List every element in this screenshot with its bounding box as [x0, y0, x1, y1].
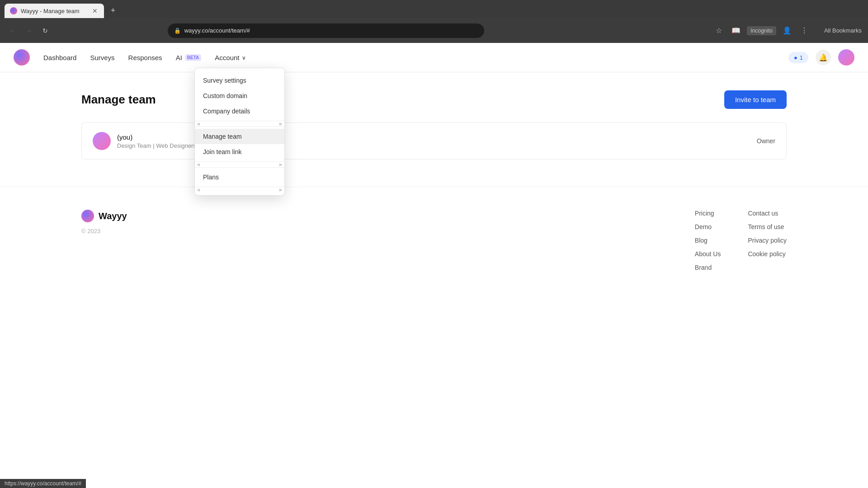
page-header: Manage team Invite to team — [81, 90, 787, 109]
member-role: Owner — [757, 137, 775, 145]
forward-button[interactable]: → — [23, 24, 35, 37]
app-container: Dashboard Surveys Responses AI BETA Acco… — [0, 43, 868, 296]
nav-surveys[interactable]: Surveys — [90, 52, 114, 64]
nav-dashboard[interactable]: Dashboard — [43, 52, 76, 64]
new-tab-button[interactable]: + — [106, 4, 120, 17]
scroll-left-icon-2: ◀ — [197, 162, 200, 167]
footer-link-terms[interactable]: Terms of use — [748, 223, 787, 230]
scroll-right-icon-3: ▶ — [279, 188, 283, 192]
beta-badge: BETA — [185, 54, 201, 61]
footer-link-privacy[interactable]: Privacy policy — [748, 237, 787, 244]
nav-logo — [14, 49, 30, 66]
scroll-indicator-2: ◀ ▶ — [195, 161, 284, 168]
status-bar: https://wayyy.co/account/team/# — [0, 479, 86, 488]
browser-controls: ← → ↻ 🔒 wayyy.co/account/team/# ☆ 📖 Inco… — [0, 18, 868, 43]
refresh-button[interactable]: ↻ — [39, 24, 52, 37]
dropdown-item-join-team-link[interactable]: Join team link — [195, 144, 284, 160]
top-nav: Dashboard Surveys Responses AI BETA Acco… — [0, 43, 868, 72]
tab-favicon — [10, 7, 17, 14]
invite-to-team-button[interactable]: Invite to team — [724, 90, 787, 109]
dropdown-section-team: Manage team Join team link — [195, 127, 284, 161]
scroll-left-icon-3: ◀ — [197, 188, 200, 192]
team-member-row: (you) Design Team | Web Designers Owner — [81, 122, 787, 160]
browser-chrome: Wayyy - Manage team ✕ + ← → ↻ 🔒 wayyy.co… — [0, 0, 868, 43]
bookmarks-bar-label: All Bookmarks — [824, 27, 862, 34]
member-name: (you) — [117, 133, 196, 141]
footer-col-2: Contact us Terms of use Privacy policy C… — [748, 210, 787, 277]
footer-link-pricing[interactable]: Pricing — [695, 210, 721, 217]
member-teams: Design Team | Web Designers — [117, 142, 196, 149]
footer-logo-text: Wayyy — [99, 211, 127, 221]
dropdown-item-custom-domain[interactable]: Custom domain — [195, 88, 284, 103]
scroll-indicator-3: ◀ ▶ — [195, 187, 284, 192]
scroll-left-icon-1: ◀ — [197, 122, 200, 126]
nav-account-label: Account — [215, 54, 239, 61]
footer-left: Wayyy © 2023 — [81, 210, 127, 277]
footer-link-cookie[interactable]: Cookie policy — [748, 250, 787, 258]
tab-title: Wayyy - Manage team — [21, 8, 80, 14]
footer-link-about[interactable]: About Us — [695, 250, 721, 258]
dropdown-section-plans: Plans — [195, 168, 284, 187]
dropdown-item-manage-team[interactable]: Manage team — [195, 129, 284, 144]
team-member-info: (you) Design Team | Web Designers — [93, 132, 196, 150]
dropdown-item-survey-settings[interactable]: Survey settings — [195, 73, 284, 88]
tab-close-button[interactable]: ✕ — [91, 7, 99, 14]
address-text: wayyy.co/account/team/# — [184, 27, 250, 34]
nav-responses[interactable]: Responses — [128, 52, 162, 64]
footer-copyright: © 2023 — [81, 228, 127, 235]
bookmark-star-icon[interactable]: ☆ — [712, 24, 725, 37]
credits-count: 1 — [800, 54, 803, 61]
page-title: Manage team — [81, 93, 156, 107]
browser-right-controls: ☆ 📖 Incognito 👤 ⋮ All Bookmarks — [712, 24, 862, 37]
account-chevron-icon: ∨ — [242, 55, 246, 61]
dropdown-section-settings: Survey settings Custom domain Company de… — [195, 71, 284, 121]
dropdown-item-plans[interactable]: Plans — [195, 169, 284, 185]
dropdown-item-company-details[interactable]: Company details — [195, 103, 284, 119]
status-url: https://wayyy.co/account/team/# — [5, 480, 81, 487]
footer-link-contact[interactable]: Contact us — [748, 210, 787, 217]
nav-ai-section: AI BETA — [176, 52, 202, 64]
nav-ai[interactable]: AI — [176, 52, 182, 64]
member-avatar — [93, 132, 111, 150]
footer-link-demo[interactable]: Demo — [695, 223, 721, 230]
member-name-you: (you) — [117, 133, 132, 141]
footer-col-1: Pricing Demo Blog About Us Brand — [695, 210, 721, 277]
nav-right: ● 1 🔔 — [788, 49, 854, 66]
notification-icon: 🔔 — [819, 53, 828, 62]
footer-logo: Wayyy — [81, 210, 127, 222]
footer-link-brand[interactable]: Brand — [695, 264, 721, 271]
scroll-right-icon-1: ▶ — [279, 122, 283, 126]
address-bar[interactable]: 🔒 wayyy.co/account/team/# — [168, 23, 484, 38]
lock-icon: 🔒 — [174, 28, 181, 34]
nav-account-button[interactable]: Account ∨ — [215, 54, 245, 61]
footer-links: Pricing Demo Blog About Us Brand Contact… — [695, 210, 787, 277]
user-avatar[interactable] — [838, 49, 854, 66]
credits-icon: ● — [794, 54, 797, 61]
active-tab[interactable]: Wayyy - Manage team ✕ — [5, 4, 104, 18]
incognito-badge: Incognito — [747, 26, 776, 35]
member-details: (you) Design Team | Web Designers — [117, 133, 196, 149]
notification-button[interactable]: 🔔 — [816, 50, 831, 65]
scroll-indicator-1: ◀ ▶ — [195, 121, 284, 127]
footer-logo-icon — [81, 210, 94, 222]
footer-link-blog[interactable]: Blog — [695, 237, 721, 244]
credits-button[interactable]: ● 1 — [788, 52, 808, 63]
scroll-right-icon-2: ▶ — [279, 162, 283, 167]
profile-avatar[interactable]: 👤 — [781, 24, 793, 37]
main-content: Manage team Invite to team (you) Design … — [0, 72, 868, 178]
browser-tabs: Wayyy - Manage team ✕ + — [0, 0, 868, 18]
account-dropdown: Survey settings Custom domain Company de… — [194, 68, 285, 196]
reading-list-icon[interactable]: 📖 — [730, 24, 742, 37]
footer: Wayyy © 2023 Pricing Demo Blog About Us … — [0, 187, 868, 296]
back-button[interactable]: ← — [6, 24, 19, 37]
more-options-icon[interactable]: ⋮ — [798, 24, 811, 37]
